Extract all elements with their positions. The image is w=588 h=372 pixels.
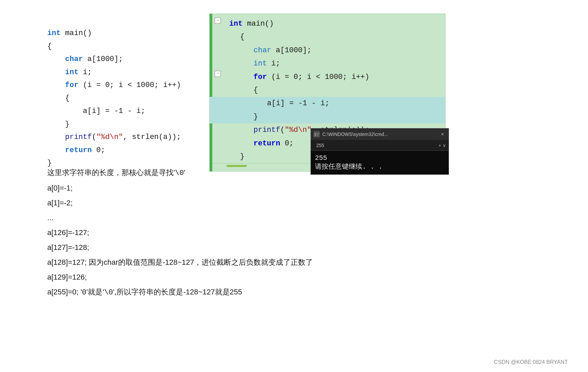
editor-line-5: − for (i = 0; i < 1000; i++) [210, 70, 445, 84]
editor-line-3: char a[1000]; [210, 44, 445, 57]
editor-line-4: int i; [210, 57, 445, 70]
terminal-output-line2: 请按任意键继续. . . [315, 162, 445, 171]
page-container: int main() { char a[1000]; int i; for (i… [0, 0, 588, 372]
terminal-tab-bar: 255 + ∨ [311, 140, 449, 151]
explanation-line4: ... [47, 210, 313, 225]
terminal-titlebar: C:\ C:\WINDOWS\system32\cmd... × [311, 128, 449, 140]
cmd-icon: C:\ [314, 131, 320, 137]
line-content-8: } [226, 111, 445, 123]
footer: CSDN @KOBE 0824 BRYANT [494, 359, 568, 365]
line-gutter-1: − [210, 18, 226, 24]
editor-line-8: } [210, 110, 445, 123]
line-gutter-5: − [210, 71, 226, 77]
line-content-7: a[i] = -1 - i; [226, 97, 445, 110]
terminal-popup: C:\ C:\WINDOWS\system32\cmd... × 255 + ∨… [311, 128, 449, 175]
collapse-btn-5[interactable]: − [215, 71, 221, 77]
line-content-1: int main() [226, 18, 445, 30]
terminal-title: C:\WINDOWS\system32\cmd... [322, 132, 436, 137]
collapse-btn-1[interactable]: − [215, 18, 221, 24]
svg-text:C:\: C:\ [315, 133, 319, 136]
line-content-2: { [226, 31, 445, 43]
terminal-close-button[interactable]: × [439, 131, 446, 138]
explanation-block: 这里求字符串的长度，那核心就是寻找'\0' a[0]=-1; a[1]=-2; … [47, 165, 313, 300]
left-code-block: int main() { char a[1000]; int i; for (i… [47, 27, 181, 170]
explanation-line6: a[127]=-128; [47, 240, 313, 255]
terminal-output-line1: 255 [315, 154, 445, 162]
explanation-line7: a[128]=127; 因为char的取值范围是-128~127，进位截断之后负… [47, 255, 313, 270]
line-content-3: char a[1000]; [226, 44, 445, 57]
explanation-line5: a[126]=-127; [47, 225, 313, 240]
terminal-nav-icons: + ∨ [438, 143, 446, 148]
explanation-line9: a[255]=0; '0'就是'\0',所以字符串的长度是-128~127就是2… [47, 285, 313, 300]
editor-line-2: { [210, 30, 445, 44]
left-code-text: int main() { char a[1000]; int i; for (i… [47, 27, 181, 170]
explanation-line8: a[129]=126; [47, 270, 313, 285]
terminal-tab-label[interactable]: 255 [314, 142, 327, 149]
explanation-line1: 这里求字符串的长度，那核心就是寻找'\0' [47, 165, 313, 181]
explanation-line3: a[1]=-2; [47, 196, 313, 210]
terminal-body: 255 请按任意键继续. . . [311, 151, 449, 174]
explanation-line2: a[0]=-1; [47, 181, 313, 196]
line-content-4: int i; [226, 57, 445, 70]
line-content-6: { [226, 84, 445, 96]
editor-line-7: a[i] = -1 - i; [210, 97, 445, 110]
editor-line-1: − int main() [210, 17, 445, 30]
footer-text: CSDN @KOBE 0824 BRYANT [494, 359, 568, 365]
editor-line-6: { [210, 84, 445, 97]
line-content-5: for (i = 0; i < 1000; i++) [226, 71, 445, 83]
